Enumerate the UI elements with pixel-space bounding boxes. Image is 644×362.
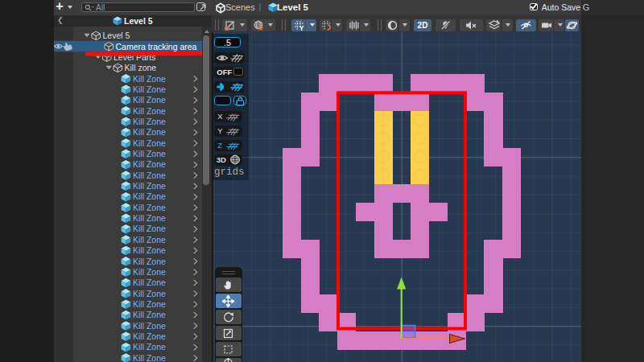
svg-text:Kill Zone: Kill Zone [133,159,166,169]
svg-text:Level 5: Level 5 [103,31,130,40]
svg-text:Kill Zone: Kill Zone [133,256,166,265]
svg-text:Kill Zone: Kill Zone [133,342,166,352]
svg-text:Kill Zone: Kill Zone [133,148,166,158]
svg-text:Kill Zone: Kill Zone [133,84,166,93]
svg-text:Kill Zone: Kill Zone [133,245,166,255]
svg-text:Camera tracking area: Camera tracking area [116,41,197,51]
svg-text:Kill Zone: Kill Zone [133,352,166,362]
svg-text:Kill Zone: Kill Zone [133,288,166,298]
svg-text:Kill Zone: Kill Zone [133,73,166,83]
svg-text:Kill Zone: Kill Zone [133,95,166,105]
svg-text:Kill Zone: Kill Zone [133,266,166,276]
svg-text:Kill Zone: Kill Zone [133,170,166,179]
svg-text:Kill Zone: Kill Zone [133,116,166,125]
svg-text:Kill Zone: Kill Zone [133,127,166,137]
svg-text:Kill Zone: Kill Zone [133,320,166,330]
svg-text:Kill Zone: Kill Zone [133,191,166,201]
svg-text:Kill Zone: Kill Zone [133,278,166,287]
svg-text:Kill zone: Kill zone [125,63,157,72]
svg-text:Kill Zone: Kill Zone [133,234,166,244]
svg-text:Kill Zone: Kill Zone [133,310,166,319]
svg-text:Kill Zone: Kill Zone [133,138,166,147]
svg-text:Kill Zone: Kill Zone [133,202,166,212]
svg-text:Y: Y [299,23,304,31]
svg-text:Kill Zone: Kill Zone [133,213,166,223]
svg-text:Kill Zone: Kill Zone [133,331,166,340]
svg-text:Kill Zone: Kill Zone [133,181,166,191]
svg-text:Kill Zone: Kill Zone [133,105,166,115]
svg-text:Kill Zone: Kill Zone [133,224,166,233]
svg-text:Kill Zone: Kill Zone [133,298,166,308]
